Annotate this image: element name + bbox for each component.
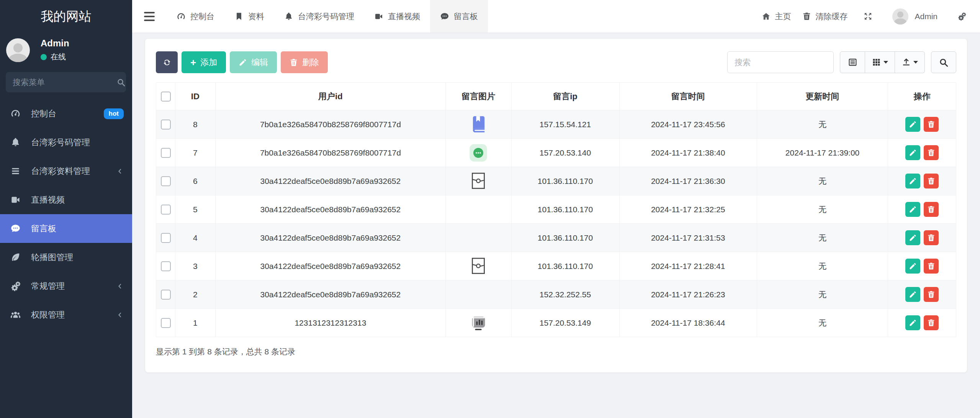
cell-time: 2024-11-17 21:38:40 — [619, 139, 757, 167]
row-delete-button[interactable] — [924, 202, 939, 217]
cell-updated: 无 — [757, 167, 888, 195]
columns-dropdown-button[interactable] — [865, 51, 895, 73]
column-header-image[interactable]: 留言图片 — [446, 83, 511, 110]
column-header-ip[interactable]: 留言ip — [511, 83, 619, 110]
tab-message-board[interactable]: 留言板 — [430, 0, 488, 33]
column-header-user-id[interactable]: 用户id — [215, 83, 446, 110]
chevron-left-icon — [116, 167, 124, 175]
clear-cache-link[interactable]: 清除缓存 — [802, 11, 847, 22]
row-delete-button[interactable] — [924, 259, 939, 274]
fullscreen-button[interactable] — [864, 12, 872, 21]
tab-label: 控制台 — [190, 11, 214, 22]
tab-live-video[interactable]: 直播视频 — [364, 0, 430, 33]
sidebar-item-message-board[interactable]: 留言板 — [0, 214, 132, 243]
row-checkbox[interactable] — [161, 148, 171, 158]
sidebar-item-live-video[interactable]: 直播视频 — [0, 185, 132, 214]
sidebar-item-carousel[interactable]: 轮播图管理 — [0, 243, 132, 272]
home-link[interactable]: 主页 — [762, 11, 791, 22]
row-edit-button[interactable] — [905, 315, 920, 330]
trash-icon — [927, 290, 935, 298]
row-checkbox[interactable] — [161, 318, 171, 328]
sidebar-item-label: 轮播图管理 — [31, 252, 73, 263]
delete-button[interactable]: 删除 — [281, 51, 328, 73]
row-delete-button[interactable] — [924, 117, 939, 132]
table-search-button[interactable] — [931, 51, 956, 73]
leaf-icon — [10, 252, 21, 262]
select-all-checkbox[interactable] — [161, 92, 171, 102]
export-dropdown-button[interactable] — [895, 51, 925, 73]
tab-dashboard[interactable]: 控制台 — [167, 0, 224, 33]
row-edit-button[interactable] — [905, 287, 920, 302]
cell-id: 5 — [175, 195, 215, 224]
table-search-input[interactable] — [727, 51, 834, 73]
tab-lottery-number[interactable]: 台湾彩号码管理 — [274, 0, 364, 33]
cell-time: 2024-11-17 21:31:53 — [619, 224, 757, 252]
video-icon — [374, 12, 383, 21]
broken-image-icon[interactable] — [470, 256, 487, 276]
cell-ip: 101.36.110.170 — [511, 167, 619, 195]
row-edit-button[interactable] — [905, 145, 920, 160]
sidebar-item-general[interactable]: 常规管理 — [0, 272, 132, 300]
monitor-chart-icon[interactable] — [468, 313, 488, 333]
message-board-panel: + 添加 编辑 删除 — [145, 39, 967, 372]
row-edit-button[interactable] — [905, 259, 920, 274]
sidebar-item-lottery-number[interactable]: 台湾彩号码管理 — [0, 128, 132, 157]
row-checkbox[interactable] — [161, 261, 171, 271]
column-header-id[interactable]: ID — [175, 83, 215, 110]
edit-button[interactable]: 编辑 — [230, 51, 277, 73]
sidebar-item-dashboard[interactable]: 控制台 hot — [0, 99, 132, 128]
row-edit-button[interactable] — [905, 202, 920, 217]
search-icon — [939, 57, 949, 67]
user-name: Admin — [41, 38, 69, 49]
row-edit-button[interactable] — [905, 230, 920, 245]
row-delete-button[interactable] — [924, 145, 939, 160]
refresh-icon — [163, 58, 171, 67]
column-header-time[interactable]: 留言时间 — [619, 83, 757, 110]
menu-search-input[interactable] — [13, 78, 116, 87]
sidebar-item-permission[interactable]: 权限管理 — [0, 300, 132, 329]
pencil-icon — [909, 177, 917, 185]
search-icon — [116, 78, 126, 87]
broken-image-icon[interactable] — [470, 171, 487, 191]
cell-id: 6 — [175, 167, 215, 195]
cell-id: 8 — [175, 110, 215, 139]
cell-image — [446, 110, 511, 139]
row-checkbox[interactable] — [161, 233, 171, 243]
row-delete-button[interactable] — [924, 174, 939, 189]
hamburger-menu-button[interactable] — [132, 0, 167, 33]
add-button[interactable]: + 添加 — [182, 51, 226, 73]
table-row: 630a4122deaf5ce0e8d89b7a69a932652101.36.… — [156, 167, 956, 195]
row-edit-button[interactable] — [905, 174, 920, 189]
cell-image — [446, 252, 511, 280]
table-row: 87b0a1e326a58470b8258769f8007717d157.15.… — [156, 110, 956, 139]
refresh-button[interactable] — [156, 51, 178, 73]
pencil-icon — [909, 120, 917, 128]
row-edit-button[interactable] — [905, 117, 920, 132]
row-delete-button[interactable] — [924, 287, 939, 302]
chat-green-icon[interactable] — [468, 143, 488, 163]
row-checkbox[interactable] — [161, 176, 171, 186]
settings-button[interactable] — [957, 12, 966, 21]
detail-view-button[interactable] — [840, 51, 865, 73]
row-checkbox[interactable] — [161, 290, 171, 300]
row-delete-button[interactable] — [924, 230, 939, 245]
caret-down-icon — [883, 61, 888, 64]
row-delete-button[interactable] — [924, 315, 939, 330]
gears-icon — [10, 281, 21, 291]
column-header-updated[interactable]: 更新时间 — [757, 83, 888, 110]
user-menu[interactable]: Admin — [892, 8, 937, 25]
row-checkbox[interactable] — [161, 205, 171, 215]
sidebar-item-lottery-data[interactable]: 台湾彩资料管理 — [0, 157, 132, 185]
cell-updated: 无 — [757, 224, 888, 252]
book-blue-icon[interactable] — [468, 115, 488, 134]
cell-id: 3 — [175, 252, 215, 280]
caret-down-icon — [913, 61, 918, 64]
cell-time: 2024-11-17 23:45:56 — [619, 110, 757, 139]
dashboard-icon — [177, 12, 186, 21]
cell-image — [446, 139, 511, 167]
cell-time: 2024-11-17 21:28:41 — [619, 252, 757, 280]
tab-data[interactable]: 资料 — [224, 0, 274, 33]
cell-ip: 101.36.110.170 — [511, 224, 619, 252]
cell-time: 2024-11-17 18:36:44 — [619, 309, 757, 337]
row-checkbox[interactable] — [161, 120, 171, 129]
